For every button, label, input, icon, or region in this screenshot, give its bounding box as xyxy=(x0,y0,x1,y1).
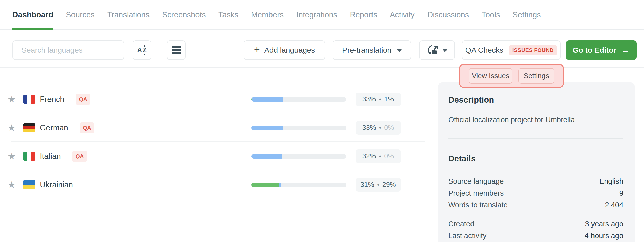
translated-percent: 33% xyxy=(362,95,376,103)
detail-label: Source language xyxy=(448,175,504,187)
approved-percent: 0% xyxy=(384,124,394,132)
qa-badge[interactable]: QA xyxy=(76,94,90,105)
toolbar: A ▲Z▼ + Add languages Pre-translation QA… xyxy=(0,40,644,60)
detail-value: 3 years ago xyxy=(585,218,623,230)
tab-reports[interactable]: Reports xyxy=(350,0,377,29)
detail-label: Words to translate xyxy=(448,199,508,211)
search-languages-field[interactable] xyxy=(12,40,124,60)
detail-value: 2 404 xyxy=(605,199,623,211)
go-to-editor-label: Go to Editor xyxy=(573,46,616,54)
chevron-down-icon xyxy=(397,49,402,52)
tab-screenshots[interactable]: Screenshots xyxy=(162,0,206,29)
qa-checks-popover: View Issues Settings xyxy=(459,64,564,88)
grid-view-icon xyxy=(172,46,181,54)
view-issues-button[interactable]: View Issues xyxy=(469,68,512,84)
details-title: Details xyxy=(448,154,623,163)
separator-dot: • xyxy=(377,181,379,188)
progress-bar xyxy=(251,183,346,187)
approved-percent: 1% xyxy=(384,95,394,103)
favorite-star-icon[interactable]: ★ xyxy=(8,179,19,190)
detail-row-words-to-translate: Words to translate 2 404 xyxy=(448,199,623,211)
top-navigation: Dashboard Sources Translations Screensho… xyxy=(0,0,644,30)
issues-found-badge: ISSUES FOUND xyxy=(509,45,557,55)
detail-label: Project members xyxy=(448,187,504,199)
language-row-french[interactable]: ★ French QA 33% • 1% xyxy=(0,85,425,113)
translated-progress-segment xyxy=(251,126,283,130)
separator-dot: • xyxy=(379,96,381,103)
detail-row-project-members: Project members 9 xyxy=(448,187,623,199)
language-name: Ukrainian xyxy=(40,180,73,189)
favorite-star-icon[interactable]: ★ xyxy=(8,94,19,105)
favorite-star-icon[interactable]: ★ xyxy=(8,123,19,133)
detail-label: Created xyxy=(448,218,474,230)
language-row-ukrainian[interactable]: ★ Ukrainian 31% • 29% xyxy=(0,170,425,199)
tab-settings[interactable]: Settings xyxy=(513,0,541,29)
qa-badge[interactable]: QA xyxy=(72,151,87,162)
separator-dot: • xyxy=(379,124,381,131)
pre-translation-label: Pre-translation xyxy=(342,46,391,54)
arrow-right-icon: → xyxy=(621,45,630,55)
tab-tasks[interactable]: Tasks xyxy=(218,0,238,29)
language-name: German xyxy=(40,123,68,132)
tab-members[interactable]: Members xyxy=(251,0,284,29)
qa-badge[interactable]: QA xyxy=(80,122,94,133)
italian-flag-icon xyxy=(23,152,35,161)
translated-progress-segment xyxy=(279,183,281,187)
approved-progress-segment xyxy=(251,183,279,187)
detail-row-source-language: Source language English xyxy=(448,175,623,187)
progress-label: 33% • 1% xyxy=(356,93,401,106)
tab-integrations[interactable]: Integrations xyxy=(296,0,337,29)
approved-percent: 29% xyxy=(382,181,396,189)
sort-alphabetically-button[interactable]: A ▲Z▼ xyxy=(133,40,151,60)
german-flag-icon xyxy=(23,123,35,132)
language-list: ★ French QA 33% • 1% ★ German QA 33% • 0… xyxy=(0,68,425,199)
detail-label: Last activity xyxy=(448,230,487,242)
translated-progress-segment xyxy=(251,154,282,159)
plus-icon: + xyxy=(254,45,260,55)
qa-settings-button[interactable]: Settings xyxy=(518,68,554,84)
tab-activity[interactable]: Activity xyxy=(390,0,415,29)
description-title: Description xyxy=(448,95,623,105)
sort-alpha-icon: A ▲Z▼ xyxy=(137,44,147,56)
translated-percent: 32% xyxy=(362,152,376,160)
tab-translations[interactable]: Translations xyxy=(107,0,150,29)
detail-row-last-activity: Last activity 4 hours ago xyxy=(448,230,623,242)
search-input[interactable] xyxy=(13,46,124,54)
detail-value: 9 xyxy=(619,187,623,199)
language-name: French xyxy=(40,95,64,104)
tab-sources[interactable]: Sources xyxy=(66,0,95,29)
ukrainian-flag-icon xyxy=(23,180,35,189)
approved-percent: 0% xyxy=(384,152,394,160)
qa-checks-label: QA Checks xyxy=(465,46,503,54)
progress-bar xyxy=(251,154,346,159)
meta-rows: Created 3 years ago Last activity 4 hour… xyxy=(448,218,623,242)
tab-tools[interactable]: Tools xyxy=(482,0,500,29)
machine-translation-dropdown[interactable] xyxy=(419,40,455,60)
add-languages-button[interactable]: + Add languages xyxy=(244,40,325,60)
project-details-panel: Description Official localization projec… xyxy=(438,82,635,242)
add-languages-label: Add languages xyxy=(264,46,315,54)
language-row-italian[interactable]: ★ Italian QA 32% • 0% xyxy=(0,142,425,170)
go-to-editor-button[interactable]: Go to Editor → xyxy=(566,40,637,60)
tab-discussions[interactable]: Discussions xyxy=(427,0,469,29)
progress-bar xyxy=(251,97,346,102)
favorite-star-icon[interactable]: ★ xyxy=(8,151,19,162)
progress-bar xyxy=(251,126,346,130)
detail-row-created: Created 3 years ago xyxy=(448,218,623,230)
tab-dashboard[interactable]: Dashboard xyxy=(12,0,53,29)
translated-percent: 33% xyxy=(362,124,376,132)
grid-view-button[interactable] xyxy=(167,40,186,60)
detail-value: English xyxy=(599,175,623,187)
description-text: Official localization project for Umbrel… xyxy=(448,116,623,124)
panel-divider xyxy=(448,138,623,139)
language-row-german[interactable]: ★ German QA 33% • 0% xyxy=(0,113,425,142)
french-flag-icon xyxy=(23,95,35,104)
machine-translation-icon xyxy=(427,45,439,56)
pre-translation-dropdown[interactable]: Pre-translation xyxy=(333,40,411,60)
translated-progress-segment xyxy=(252,97,283,102)
qa-checks-button[interactable]: QA Checks ISSUES FOUND xyxy=(462,40,561,60)
translated-percent: 31% xyxy=(360,181,374,189)
detail-value: 4 hours ago xyxy=(585,230,623,242)
progress-label: 33% • 0% xyxy=(356,121,401,135)
details-rows: Source language English Project members … xyxy=(448,175,623,211)
